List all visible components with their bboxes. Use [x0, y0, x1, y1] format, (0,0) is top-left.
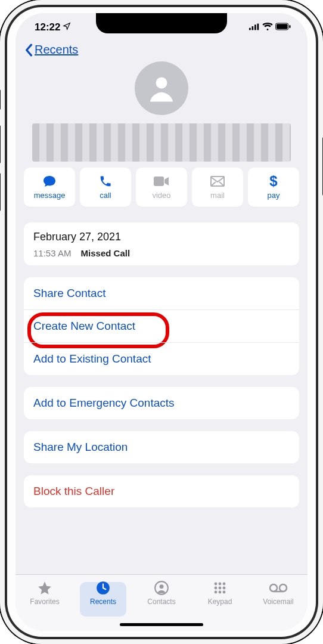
svg-point-17 — [219, 587, 222, 590]
svg-point-20 — [219, 591, 222, 594]
svg-point-18 — [223, 587, 226, 590]
contact-actions-group-3: Share My Location — [24, 431, 299, 463]
svg-rect-6 — [289, 25, 290, 28]
pay-button[interactable]: $ pay — [248, 168, 299, 207]
create-new-contact-label: Create New Contact — [33, 320, 135, 332]
tab-contacts[interactable]: Contacts — [136, 580, 187, 606]
svg-rect-5 — [277, 24, 288, 29]
share-contact-label: Share Contact — [33, 287, 105, 299]
back-label: Recents — [35, 43, 78, 57]
location-icon — [63, 21, 71, 33]
block-caller-label: Block this Caller — [33, 485, 114, 497]
tab-keypad-label: Keypad — [208, 597, 232, 606]
svg-point-15 — [223, 583, 226, 586]
add-to-existing-contact-item[interactable]: Add to Existing Contact — [24, 342, 299, 375]
tab-voicemail-label: Voicemail — [263, 597, 293, 606]
call-status: Missed Call — [81, 248, 131, 258]
nav-bar: Recents — [15, 39, 308, 59]
message-label: message — [34, 191, 66, 200]
wifi-icon — [262, 21, 273, 33]
contact-actions-group-1: Share Contact Create New Contact Add to … — [24, 277, 299, 375]
dollar-icon: $ — [269, 174, 277, 188]
svg-point-7 — [156, 77, 167, 88]
svg-rect-3 — [257, 24, 259, 30]
call-button[interactable]: call — [80, 168, 131, 207]
svg-point-23 — [279, 584, 287, 592]
share-my-location-label: Share My Location — [33, 441, 128, 453]
svg-point-19 — [215, 591, 218, 594]
add-to-emergency-item[interactable]: Add to Emergency Contacts — [24, 387, 299, 419]
voicemail-icon — [269, 580, 288, 596]
contacts-icon — [154, 580, 169, 596]
back-button[interactable]: Recents — [24, 43, 78, 57]
share-contact-item[interactable]: Share Contact — [24, 277, 299, 309]
tab-contacts-label: Contacts — [147, 597, 175, 606]
svg-point-13 — [215, 583, 218, 586]
svg-point-16 — [215, 587, 218, 590]
add-to-existing-label: Add to Existing Contact — [33, 352, 151, 365]
star-icon — [37, 580, 52, 596]
quick-actions-row: message call video mail $ — [15, 168, 308, 207]
screen: 12:22 Recents — [15, 13, 308, 631]
contact-avatar — [135, 61, 188, 115]
tab-recents[interactable]: Recents — [78, 580, 128, 606]
phone-icon — [99, 174, 112, 188]
chevron-left-icon — [24, 44, 33, 57]
svg-rect-0 — [249, 28, 251, 30]
video-label: video — [152, 191, 170, 200]
iphone-device-frame: 12:22 Recents — [0, 0, 323, 644]
mute-switch — [0, 89, 1, 110]
mail-icon — [210, 174, 225, 188]
volume-down-button — [0, 173, 1, 211]
call-date: February 27, 2021 — [33, 231, 290, 243]
video-icon — [154, 174, 169, 188]
contact-actions-group-2: Add to Emergency Contacts — [24, 387, 299, 419]
status-time: 12:22 — [35, 21, 60, 33]
contact-name-redacted — [32, 123, 291, 162]
volume-up-button — [0, 125, 1, 163]
tab-favorites-label: Favorites — [30, 597, 59, 606]
tab-favorites[interactable]: Favorites — [20, 580, 70, 606]
home-indicator[interactable] — [120, 623, 203, 626]
tab-keypad[interactable]: Keypad — [195, 580, 245, 606]
block-caller-item[interactable]: Block this Caller — [24, 475, 299, 507]
svg-point-21 — [223, 591, 226, 594]
message-button[interactable]: message — [24, 168, 75, 207]
pay-label: pay — [268, 191, 280, 200]
add-to-emergency-label: Add to Emergency Contacts — [33, 397, 175, 409]
svg-rect-1 — [252, 26, 254, 30]
device-notch — [96, 13, 227, 33]
call-time: 11:53 AM — [33, 248, 71, 258]
message-icon — [42, 174, 57, 188]
tab-bar: Favorites Recents Contacts — [15, 574, 308, 631]
svg-rect-8 — [154, 177, 164, 186]
svg-point-22 — [270, 584, 277, 592]
svg-point-12 — [160, 584, 164, 589]
mail-label: mail — [210, 191, 225, 200]
person-icon — [145, 72, 178, 104]
tab-recents-label: Recents — [90, 597, 116, 606]
clock-icon — [95, 580, 111, 596]
battery-icon — [275, 21, 291, 33]
keypad-icon — [213, 580, 227, 596]
create-new-contact-item[interactable]: Create New Contact — [24, 309, 299, 342]
call-history-card: February 27, 2021 11:53 AM Missed Call — [24, 222, 299, 265]
cellular-icon — [249, 21, 260, 33]
svg-point-14 — [219, 583, 222, 586]
video-button[interactable]: video — [136, 168, 187, 207]
contact-actions-group-4: Block this Caller — [24, 475, 299, 507]
mail-button[interactable]: mail — [192, 168, 243, 207]
share-my-location-item[interactable]: Share My Location — [24, 431, 299, 463]
svg-rect-2 — [254, 24, 256, 30]
call-label: call — [100, 191, 111, 200]
tab-voicemail[interactable]: Voicemail — [253, 580, 303, 606]
